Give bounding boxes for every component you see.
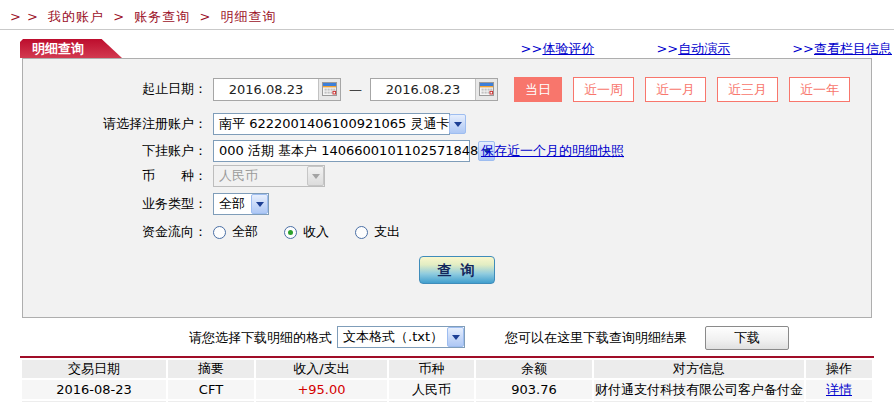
fund-flow-expense-radio[interactable]: 支出 bbox=[355, 223, 400, 241]
header-trade-date: 交易日期 bbox=[22, 360, 166, 378]
chevron-down-icon[interactable] bbox=[449, 114, 466, 134]
link-label: 自动演示 bbox=[678, 41, 730, 56]
download-format-label: 请您选择下载明细的格式 bbox=[0, 329, 332, 347]
sub-account-value: 000 活期 基本户 1406600101102571848 bbox=[219, 142, 478, 160]
link-label: 查看栏目信息 bbox=[814, 41, 892, 56]
fund-flow-options: 全部 收入 支出 bbox=[213, 223, 400, 241]
table-row: 2016-08-23 CFT +95.00 人民币 903.76 财付通支付科技… bbox=[22, 380, 872, 399]
fund-flow-income-label: 收入 bbox=[303, 223, 329, 241]
chevron-down-icon[interactable] bbox=[251, 194, 268, 214]
header-income-expense: 收入/支出 bbox=[256, 360, 387, 378]
business-type-row: 业务类型： 全部 bbox=[23, 191, 269, 217]
quick-range-year-button[interactable]: 近一年 bbox=[789, 77, 850, 102]
fund-flow-expense-label: 支出 bbox=[374, 223, 400, 241]
cell-action: 详情 bbox=[806, 380, 872, 399]
registered-account-select[interactable]: 南平 6222001406100921065 灵通卡 bbox=[213, 113, 450, 135]
registered-account-row: 请选择注册账户： 南平 6222001406100921065 灵通卡 bbox=[23, 111, 450, 137]
quick-range-today-button[interactable]: 当日 bbox=[514, 77, 562, 102]
detail-query-page: > > 我的账户 > 账务查询 > 明细查询 明细查询 >>体验评价 >>自动演… bbox=[0, 0, 894, 402]
date-separator: — bbox=[349, 82, 362, 97]
calendar-icon[interactable] bbox=[318, 79, 340, 100]
header-counterparty: 对方信息 bbox=[594, 360, 804, 378]
cell-currency: 人民币 bbox=[389, 380, 474, 399]
fund-flow-all-label: 全部 bbox=[232, 223, 258, 241]
business-type-value: 全部 bbox=[219, 195, 245, 213]
radio-checked-icon bbox=[284, 226, 297, 239]
quick-range-buttons: 当日 近一周 近一月 近三月 近一年 bbox=[514, 77, 850, 102]
currency-value: 人民币 bbox=[219, 167, 258, 185]
registered-account-label: 请选择注册账户： bbox=[23, 115, 207, 133]
detail-link[interactable]: 详情 bbox=[826, 382, 852, 397]
breadcrumb-item-my-account[interactable]: 我的账户 bbox=[48, 9, 104, 24]
link-auto-demo[interactable]: >>自动演示 bbox=[656, 40, 730, 58]
cell-amount: +95.00 bbox=[256, 380, 387, 399]
chevron-down-icon bbox=[307, 166, 324, 186]
end-date-value: 2016.08.23 bbox=[371, 82, 475, 97]
start-date-value: 2016.08.23 bbox=[214, 82, 318, 97]
fund-flow-label: 资金流向： bbox=[23, 223, 207, 241]
business-type-label: 业务类型： bbox=[23, 195, 207, 213]
download-row: 请您选择下载明细的格式 文本格式（.txt） 您可以在这里下载查询明细结果 下载 bbox=[0, 325, 894, 351]
link-prefix: >> bbox=[792, 41, 814, 56]
radio-icon bbox=[213, 226, 226, 239]
fund-flow-all-radio[interactable]: 全部 bbox=[213, 223, 258, 241]
download-format-value: 文本格式（.txt） bbox=[343, 328, 443, 346]
divider bbox=[0, 29, 894, 30]
download-hint: 您可以在这里下载查询明细结果 bbox=[505, 329, 687, 347]
currency-label: 币 种： bbox=[23, 167, 207, 185]
fund-flow-income-radio[interactable]: 收入 bbox=[284, 223, 329, 241]
query-form: 起止日期： 2016.08.23 — 2016.08.23 bbox=[22, 58, 872, 318]
tab-detail-query[interactable]: 明细查询 bbox=[20, 39, 122, 58]
download-format-select[interactable]: 文本格式（.txt） bbox=[337, 326, 465, 348]
breadcrumb-item-detail-query[interactable]: 明细查询 bbox=[220, 9, 276, 24]
header-summary: 摘要 bbox=[168, 360, 254, 378]
sub-account-row: 下挂账户： 000 活期 基本户 1406600101102571848 保存近… bbox=[23, 138, 624, 164]
registered-account-value: 南平 6222001406100921065 灵通卡 bbox=[219, 115, 449, 133]
cell-balance: 903.76 bbox=[476, 380, 592, 399]
header-currency: 币种 bbox=[389, 360, 474, 378]
cell-trade-date: 2016-08-23 bbox=[22, 380, 166, 399]
cell-summary: CFT bbox=[168, 380, 254, 399]
breadcrumb-separator: > bbox=[113, 9, 125, 24]
link-prefix: >> bbox=[521, 41, 543, 56]
breadcrumb: > > 我的账户 > 账务查询 > 明细查询 bbox=[10, 8, 280, 26]
cell-counterparty: 财付通支付科技有限公司客户备付金 bbox=[594, 380, 804, 399]
save-snapshot-link[interactable]: 保存近一个月的明细快照 bbox=[481, 142, 624, 160]
sub-account-select[interactable]: 000 活期 基本户 1406600101102571848 bbox=[213, 140, 470, 162]
sub-account-label: 下挂账户： bbox=[23, 142, 207, 160]
radio-icon bbox=[355, 226, 368, 239]
table-header-row: 交易日期 摘要 收入/支出 币种 余额 对方信息 操作 bbox=[22, 360, 872, 378]
link-view-column-info[interactable]: >>查看栏目信息 bbox=[792, 40, 892, 58]
quick-range-quarter-button[interactable]: 近三月 bbox=[717, 77, 778, 102]
end-date-input[interactable]: 2016.08.23 bbox=[370, 78, 498, 101]
download-button[interactable]: 下载 bbox=[705, 326, 789, 350]
currency-select: 人民币 bbox=[213, 165, 325, 187]
link-prefix: >> bbox=[656, 41, 678, 56]
chevron-down-icon[interactable] bbox=[447, 327, 464, 347]
results-table: 交易日期 摘要 收入/支出 币种 余额 对方信息 操作 2016-08-23 C… bbox=[20, 356, 874, 402]
breadcrumb-item-account-query[interactable]: 账务查询 bbox=[134, 9, 190, 24]
breadcrumb-separator: > bbox=[199, 9, 211, 24]
calendar-icon[interactable] bbox=[475, 79, 497, 100]
link-experience-rating[interactable]: >>体验评价 bbox=[521, 40, 595, 58]
fund-flow-row: 资金流向： 全部 收入 支出 bbox=[23, 219, 400, 245]
quick-range-month-button[interactable]: 近一月 bbox=[645, 77, 706, 102]
date-range-label: 起止日期： bbox=[23, 80, 207, 98]
header-action: 操作 bbox=[806, 360, 872, 378]
start-date-input[interactable]: 2016.08.23 bbox=[213, 78, 341, 101]
quick-range-week-button[interactable]: 近一周 bbox=[573, 77, 634, 102]
breadcrumb-prefix: > > bbox=[10, 9, 39, 24]
link-label: 体验评价 bbox=[542, 41, 594, 56]
business-type-select[interactable]: 全部 bbox=[213, 193, 269, 215]
header-links: >>体验评价 >>自动演示 >>查看栏目信息 bbox=[521, 40, 892, 58]
date-range-row: 起止日期： 2016.08.23 — 2016.08.23 bbox=[23, 76, 850, 102]
currency-row: 币 种： 人民币 bbox=[23, 163, 325, 189]
header-balance: 余额 bbox=[476, 360, 592, 378]
query-button[interactable]: 查 询 bbox=[419, 256, 495, 284]
